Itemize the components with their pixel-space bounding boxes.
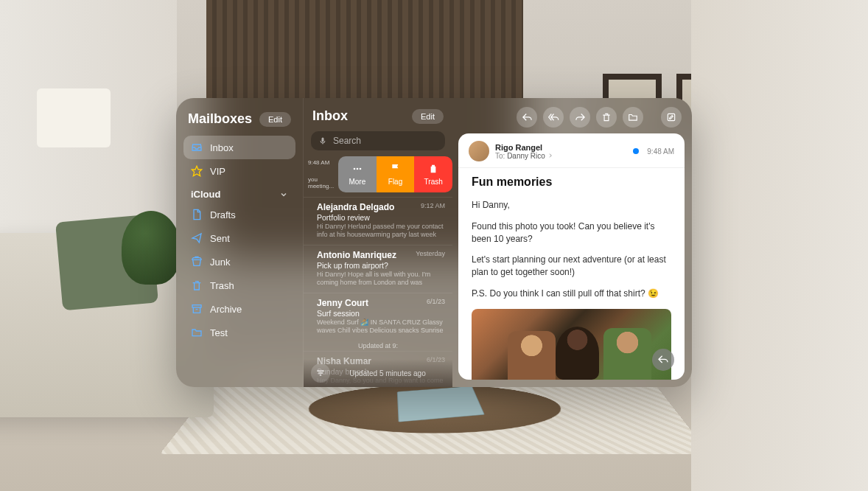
message-header: Rigo Rangel To: Danny Rico 9:48 AM <box>458 133 685 168</box>
sidebar-item-inbox[interactable]: Inbox <box>183 136 295 159</box>
inbox-title: Inbox <box>312 108 348 124</box>
body-paragraph: Let's start planning our next adventure … <box>472 254 671 279</box>
reply-icon <box>522 112 533 123</box>
sidebar-item-drafts[interactable]: Drafts <box>183 203 295 226</box>
attached-photo[interactable] <box>472 309 671 380</box>
sidebar-label: Sent <box>210 233 230 244</box>
mail-window: Mailboxes Edit Inbox VIP iCloud Drafts S… <box>176 98 692 387</box>
edit-mailboxes-button[interactable]: Edit <box>259 112 291 127</box>
reply-all-icon <box>548 112 559 123</box>
sidebar-label: Junk <box>210 257 230 268</box>
chevron-down-icon <box>279 190 288 199</box>
svg-point-3 <box>353 168 355 170</box>
forward-icon <box>575 112 586 123</box>
quick-reply-button[interactable] <box>652 349 674 371</box>
reply-icon <box>657 354 669 366</box>
sidebar-label: Trash <box>210 280 234 291</box>
content-pane: Rigo Rangel To: Danny Rico 9:48 AM Fun m… <box>452 98 692 387</box>
unread-dot-icon <box>633 148 639 154</box>
list-footer: Updated 5 minutes ago <box>304 359 452 387</box>
trash-icon <box>601 112 612 122</box>
forward-button[interactable] <box>570 107 590 128</box>
paper-plane-icon <box>191 232 203 244</box>
chair-pillow <box>750 240 831 314</box>
sidebar-section-icloud[interactable]: iCloud <box>183 183 295 203</box>
move-button[interactable] <box>623 107 643 128</box>
mailbox-sidebar: Mailboxes Edit Inbox VIP iCloud Drafts S… <box>176 98 303 387</box>
sidebar-label: Test <box>210 327 228 338</box>
sidebar-label: Drafts <box>210 209 236 220</box>
message-list-item[interactable]: Antonio Manriquez Yesterday Pick up from… <box>304 245 452 293</box>
sidebar-item-vip[interactable]: VIP <box>183 159 295 183</box>
sidebar-item-sent[interactable]: Sent <box>183 226 295 250</box>
message-list-item[interactable]: Jenny Court 6/1/23 Surf session Weekend … <box>304 293 452 341</box>
lamp <box>37 88 111 147</box>
chevron-right-icon <box>547 152 553 158</box>
svg-marker-0 <box>192 166 201 175</box>
swiped-message-preview[interactable]: 9:48 AM you meeting... <box>304 156 338 192</box>
sidebar-label: Archive <box>210 304 242 315</box>
inbox-icon <box>191 142 203 153</box>
reply-all-button[interactable] <box>543 107 564 128</box>
swipe-trash-button[interactable]: Trash <box>414 156 452 192</box>
sidebar-item-archive[interactable]: Archive <box>183 297 295 321</box>
edit-list-button[interactable]: Edit <box>412 109 444 124</box>
junk-icon <box>191 256 203 268</box>
message-toolbar <box>452 98 692 133</box>
star-icon <box>191 165 203 177</box>
recipient-line[interactable]: To: Danny Rico <box>495 152 627 160</box>
search-placeholder: Search <box>333 136 361 146</box>
document-icon <box>191 209 203 220</box>
body-paragraph: Hi Danny, <box>472 199 671 212</box>
sender-avatar[interactable] <box>469 141 489 161</box>
svg-rect-2 <box>322 138 324 142</box>
sidebar-label: Inbox <box>210 142 234 153</box>
sidebar-item-trash[interactable]: Trash <box>183 274 295 297</box>
svg-point-5 <box>359 168 361 170</box>
sidebar-label: VIP <box>210 166 225 177</box>
message-card: Rigo Rangel To: Danny Rico 9:48 AM Fun m… <box>458 133 685 380</box>
updated-at-divider: Updated at 9: <box>304 341 452 351</box>
body-paragraph: P.S. Do you think I can still pull off t… <box>472 288 671 300</box>
sidebar-title: Mailboxes <box>188 111 252 127</box>
svg-point-4 <box>356 168 358 170</box>
delete-button[interactable] <box>596 107 617 128</box>
ellipsis-icon <box>351 163 363 175</box>
search-input[interactable]: Search <box>311 131 445 150</box>
swipe-more-button[interactable]: More <box>338 156 377 192</box>
message-list-item[interactable]: Alejandra Delgado 9:12 AM Portfolio revi… <box>304 197 452 245</box>
message-body[interactable]: Fun memories Hi Danny, Found this photo … <box>458 168 685 380</box>
compose-icon <box>666 112 676 122</box>
swipe-flag-button[interactable]: Flag <box>377 156 415 192</box>
message-list-pane: Inbox Edit Search 9:48 AM you meeting...… <box>303 98 452 387</box>
mic-icon <box>318 136 327 145</box>
folder-icon <box>628 112 638 122</box>
sidebar-item-test[interactable]: Test <box>183 321 295 344</box>
swiped-message-row: 9:48 AM you meeting... More Flag Trash <box>304 156 452 192</box>
svg-rect-9 <box>668 114 674 120</box>
body-paragraph: Found this photo you took! Can you belie… <box>472 220 671 246</box>
filter-icon <box>315 368 326 378</box>
svg-rect-1 <box>192 305 201 307</box>
filter-button[interactable] <box>311 363 330 383</box>
folder-icon <box>191 327 203 338</box>
message-subject: Fun memories <box>472 175 671 189</box>
sender-name: Rigo Rangel <box>495 143 627 152</box>
flag-icon <box>390 163 402 175</box>
armchair <box>713 240 868 403</box>
trash-icon <box>191 279 203 291</box>
compose-button[interactable] <box>661 107 682 128</box>
list-status: Updated 5 minutes ago <box>330 369 445 377</box>
plant <box>122 211 181 285</box>
reply-button[interactable] <box>517 107 537 128</box>
sidebar-item-junk[interactable]: Junk <box>183 250 295 274</box>
message-time: 9:48 AM <box>647 147 674 156</box>
archive-icon <box>191 303 203 315</box>
trash-icon <box>427 163 439 175</box>
